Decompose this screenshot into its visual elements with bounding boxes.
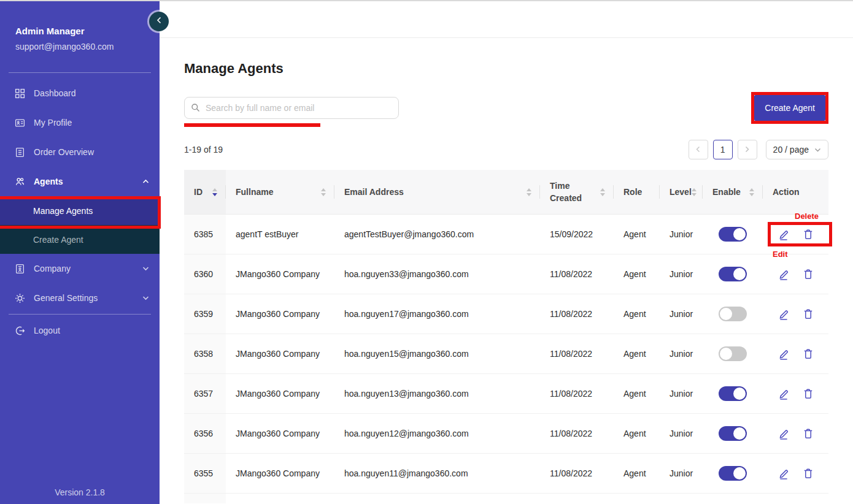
- edit-icon[interactable]: [778, 228, 790, 240]
- search-input[interactable]: [184, 97, 399, 119]
- cell-fullname: JMango360 Company: [226, 334, 334, 373]
- sidebar-subitem-label: Create Agent: [33, 235, 83, 245]
- cell-role: Agent: [614, 454, 660, 493]
- column-header-id[interactable]: ID: [184, 170, 226, 214]
- cell-fullname: JMango360 Company: [226, 254, 334, 294]
- delete-icon[interactable]: [802, 467, 814, 479]
- sidebar-item-general-settings[interactable]: General Settings: [0, 283, 160, 313]
- sidebar-item-label: Dashboard: [34, 88, 76, 98]
- user-email: support@jmango360.com: [15, 42, 144, 52]
- toggle-knob: [733, 388, 746, 400]
- table-row-partial: [184, 494, 828, 503]
- cell-enable: [703, 294, 763, 334]
- enable-toggle[interactable]: [719, 426, 747, 441]
- cell-role: Agent: [614, 334, 660, 373]
- enable-toggle[interactable]: [719, 466, 747, 481]
- enable-toggle[interactable]: [719, 267, 747, 281]
- cell-enable: [703, 254, 763, 294]
- create-agent-button[interactable]: Create Agent: [754, 95, 825, 121]
- sidebar-subitem-manage-agents[interactable]: Manage Agents: [0, 196, 160, 225]
- cell-fullname: JMango360 Company: [226, 374, 334, 413]
- cell-level: Junior: [660, 215, 703, 254]
- edit-icon[interactable]: [778, 427, 790, 440]
- edit-icon[interactable]: [778, 308, 790, 320]
- pagination-prev-button[interactable]: [689, 140, 708, 159]
- annotation-box-create-agent: Create Agent: [751, 92, 828, 124]
- sidebar-collapse-button[interactable]: [149, 12, 169, 31]
- window-top-edge: [0, 0, 853, 1]
- edit-icon[interactable]: [778, 348, 790, 360]
- column-header-role: Role: [614, 170, 660, 214]
- column-label: Action: [773, 186, 800, 198]
- user-block: Admin Manager support@jmango360.com: [0, 0, 160, 52]
- search-icon: [191, 103, 200, 112]
- sidebar-item-agents[interactable]: Agents: [0, 167, 160, 196]
- cell-fullname: JMango360 Company: [226, 414, 334, 453]
- delete-icon[interactable]: [802, 388, 814, 400]
- page-size-value: 20 / page: [773, 145, 809, 155]
- cell-enable: [703, 215, 763, 254]
- page-size-select[interactable]: 20 / page: [766, 140, 828, 159]
- column-label: Level: [670, 186, 692, 198]
- chevron-up-icon: [142, 179, 149, 184]
- enable-toggle[interactable]: [719, 307, 747, 321]
- cell-time-created: 11/08/2022: [540, 374, 614, 413]
- column-header-email[interactable]: Email Address: [334, 170, 540, 214]
- edit-icon[interactable]: [778, 467, 790, 479]
- sidebar-item-label: Agents: [34, 177, 63, 186]
- column-header-fullname[interactable]: Fullname: [226, 170, 334, 214]
- cell-role: Agent: [614, 215, 660, 254]
- annotation-label-delete: Delete: [795, 212, 819, 221]
- sidebar-item-company[interactable]: Company: [0, 254, 160, 283]
- sidebar-item-order-overview[interactable]: Order Overview: [0, 137, 160, 167]
- sidebar-item-label: My Profile: [34, 118, 72, 128]
- toggle-knob: [733, 427, 746, 440]
- pagination-next-button[interactable]: [738, 140, 757, 159]
- cell-action: Delete Edit: [763, 454, 828, 493]
- sidebar-item-my-profile[interactable]: My Profile: [0, 108, 160, 137]
- pagination-row: 1-19 of 19 1 20 / page: [184, 140, 828, 159]
- cell-email: hoa.nguyen17@jmango360.com: [334, 294, 540, 334]
- chevron-down-icon: [142, 266, 149, 271]
- cell-level: Junior: [660, 374, 703, 413]
- cell-action: Delete Edit: [763, 215, 828, 254]
- gear-icon: [15, 293, 25, 304]
- toggle-knob: [733, 268, 746, 280]
- topbar: [160, 0, 853, 38]
- sidebar-item-logout[interactable]: Logout: [0, 316, 160, 345]
- column-header-level[interactable]: Level: [660, 170, 703, 214]
- delete-icon[interactable]: [802, 308, 814, 320]
- sort-icon: [212, 188, 221, 196]
- table-header: ID Fullname Email Address Time Created: [184, 170, 828, 215]
- column-header-enable[interactable]: Enable: [703, 170, 763, 214]
- cell-id: 6356: [184, 414, 226, 453]
- cell-time-created: 11/08/2022: [540, 454, 614, 493]
- delete-icon[interactable]: [802, 228, 814, 240]
- cell-time-created: 11/08/2022: [540, 294, 614, 334]
- table-row: 6357 JMango360 Company hoa.nguyen13@jman…: [184, 374, 828, 414]
- enable-toggle[interactable]: [719, 386, 747, 401]
- cell-id: 6358: [184, 334, 226, 373]
- cell-time-created: 11/08/2022: [540, 334, 614, 373]
- delete-icon[interactable]: [802, 427, 814, 440]
- sidebar-item-dashboard[interactable]: Dashboard: [0, 78, 160, 108]
- edit-icon[interactable]: [778, 268, 790, 280]
- table-body: 6385 agentT estBuyer agentTestBuyer@jman…: [184, 215, 828, 503]
- app-window: Admin Manager support@jmango360.com Dash…: [0, 0, 853, 504]
- cell-action: Delete Edit: [763, 374, 828, 413]
- cell-id: [184, 494, 226, 503]
- cell-email: hoa.nguyen12@jmango360.com: [334, 414, 540, 453]
- sidebar-subitem-create-agent[interactable]: Create Agent: [0, 225, 160, 254]
- sort-icon: [321, 188, 330, 196]
- cell-action: Delete Edit: [763, 414, 828, 453]
- annotation-label-edit: Edit: [773, 250, 788, 259]
- cell-level: Junior: [660, 454, 703, 493]
- pagination-page-1[interactable]: 1: [713, 140, 733, 159]
- delete-icon[interactable]: [802, 348, 814, 360]
- enable-toggle[interactable]: [719, 227, 747, 242]
- cell-role: Agent: [614, 254, 660, 294]
- delete-icon[interactable]: [802, 268, 814, 280]
- enable-toggle[interactable]: [719, 346, 747, 361]
- edit-icon[interactable]: [778, 388, 790, 400]
- column-header-time-created[interactable]: Time Created: [540, 170, 614, 214]
